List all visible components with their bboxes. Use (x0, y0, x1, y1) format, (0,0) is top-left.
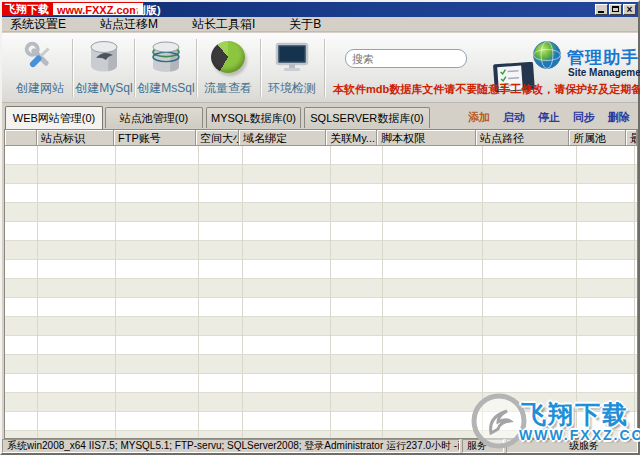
table-row[interactable] (5, 165, 637, 184)
table-row[interactable] (5, 317, 637, 336)
menu-bar: 系统设置E 站点迁移M 站长工具箱I 关于B (2, 17, 638, 32)
table-row[interactable] (5, 336, 637, 355)
toolbar-button-label: 环境检测 (268, 80, 316, 97)
column-divider (482, 146, 483, 438)
mysql-database-icon (86, 36, 122, 78)
column-divider (576, 146, 577, 438)
monitor-icon (273, 36, 311, 78)
column-divider (382, 146, 383, 438)
tab-site-pool-manage[interactable]: 站点池管理(0) (105, 107, 203, 128)
table-row[interactable] (5, 241, 637, 260)
toolbar-button-label: 创建MySql (75, 80, 132, 97)
tab-sqlserver-database[interactable]: SQLSERVER数据库(0) (304, 107, 430, 128)
create-mysql-button[interactable]: 创建MySql (74, 36, 134, 100)
column-divider (198, 146, 199, 438)
column-header-pool[interactable]: 所属池 (569, 130, 626, 146)
table-row[interactable] (5, 412, 637, 431)
table-body (5, 146, 637, 438)
mssql-database-icon (149, 36, 183, 78)
delete-link[interactable]: 删除 (608, 110, 630, 125)
toolbar-button-label: 流量查看 (204, 80, 252, 97)
maximize-button[interactable] (609, 4, 622, 15)
badge-site-url: www.FXXZ.com (52, 2, 144, 16)
table-row[interactable] (5, 184, 637, 203)
status-segment-3: 级服务 (506, 439, 638, 453)
toolbar-button-label: 创建MsSql (137, 80, 194, 97)
table-row[interactable] (5, 355, 637, 374)
toolbar-separator (134, 39, 135, 97)
menu-system-settings[interactable]: 系统设置E (2, 16, 78, 33)
create-mssql-button[interactable]: 创建MsSql (136, 36, 196, 100)
mdb-warning-text: 本软件mdb数据库文件请不要随意手工修改，请保护好及定期备份此列表 (333, 82, 638, 97)
pie-chart-icon (211, 36, 245, 78)
table-row[interactable] (5, 203, 637, 222)
table-row[interactable] (5, 222, 637, 241)
start-link[interactable]: 启动 (503, 110, 525, 125)
column-header-last[interactable]: 最 (626, 130, 637, 146)
column-header-script-perm[interactable]: 脚本权限 (377, 130, 476, 146)
stop-link[interactable]: 停止 (538, 110, 560, 125)
status-system-info: 系统win2008_x64 IIS7.5; MYSQL5.1; FTP-serv… (2, 439, 460, 453)
brand-title: 管理助手 (567, 46, 639, 69)
column-divider (330, 146, 331, 438)
column-header-site-id[interactable]: 站点标识 (37, 130, 114, 146)
add-link[interactable]: 添加 (468, 110, 490, 125)
toolbar-separator (72, 39, 73, 97)
maximize-icon (612, 6, 619, 12)
download-site-badge: 飞翔下载 www.FXXZ.com (2, 2, 144, 16)
tools-icon (21, 36, 59, 78)
brand-logo: 管理助手 Site Managemet (488, 40, 638, 86)
table-row[interactable] (5, 146, 637, 165)
close-button[interactable]: × (623, 4, 636, 15)
badge-site-name: 飞翔下载 (2, 2, 52, 16)
toolbar-separator (260, 39, 261, 97)
menu-webmaster-tools[interactable]: 站长工具箱I (184, 16, 267, 33)
column-header-select[interactable] (5, 130, 37, 146)
table-header-row: 站点标识 FTP账号 空间大小 域名绑定 关联My... 脚本权限 站点路径 所… (5, 130, 637, 146)
status-bar: 系统win2008_x64 IIS7.5; MYSQL5.1; FTP-serv… (2, 439, 638, 453)
environment-check-button[interactable]: 环境检测 (262, 36, 322, 100)
traffic-view-button[interactable]: 流量查看 (198, 36, 258, 100)
menu-site-migration[interactable]: 站点迁移M (92, 16, 170, 33)
column-divider (242, 146, 243, 438)
table-row[interactable] (5, 279, 637, 298)
tab-web-site-manage[interactable]: WEB网站管理(0) (5, 106, 103, 129)
table-row[interactable] (5, 393, 637, 412)
tab-mysql-database[interactable]: MYSQL数据库(0) (206, 107, 301, 128)
table-row[interactable] (5, 298, 637, 317)
table-row[interactable] (5, 374, 637, 393)
brand-subtitle: Site Managemet (568, 67, 640, 78)
toolbar-separator (324, 39, 325, 97)
create-website-button[interactable]: 创建网站 (10, 36, 70, 100)
site-list-table: 站点标识 FTP账号 空间大小 域名绑定 关联My... 脚本权限 站点路径 所… (4, 129, 638, 439)
column-divider (634, 146, 635, 438)
toolbar-separator (196, 39, 197, 97)
menu-about[interactable]: 关于B (281, 16, 333, 33)
column-divider (115, 146, 116, 438)
search-input[interactable] (346, 53, 467, 65)
status-segment-2: 服务 (462, 439, 504, 453)
column-header-site-path[interactable]: 站点路径 (476, 130, 569, 146)
tab-bar: WEB网站管理(0) 站点池管理(0) MYSQL数据库(0) SQLSERVE… (2, 105, 638, 129)
column-header-domain-bind[interactable]: 域名绑定 (239, 130, 326, 146)
globe-icon (532, 40, 562, 74)
column-header-ftp-account[interactable]: FTP账号 (114, 130, 196, 146)
column-header-linked-mysql[interactable]: 关联My... (326, 130, 377, 146)
action-links: 添加 启动 停止 同步 删除 (468, 110, 630, 125)
search-box (345, 49, 467, 68)
sync-link[interactable]: 同步 (573, 110, 595, 125)
column-header-space-size[interactable]: 空间大小 (196, 130, 239, 146)
minimize-button[interactable] (595, 4, 608, 15)
toolbar-button-label: 创建网站 (16, 80, 64, 97)
table-row[interactable] (5, 431, 637, 438)
app-window: 飞翔下载 www.FXXZ.com 制版) × 系统设置E 站点迁移M 站长工具… (0, 0, 640, 455)
column-divider (37, 146, 38, 438)
table-row[interactable] (5, 260, 637, 279)
minimize-icon (598, 11, 604, 13)
